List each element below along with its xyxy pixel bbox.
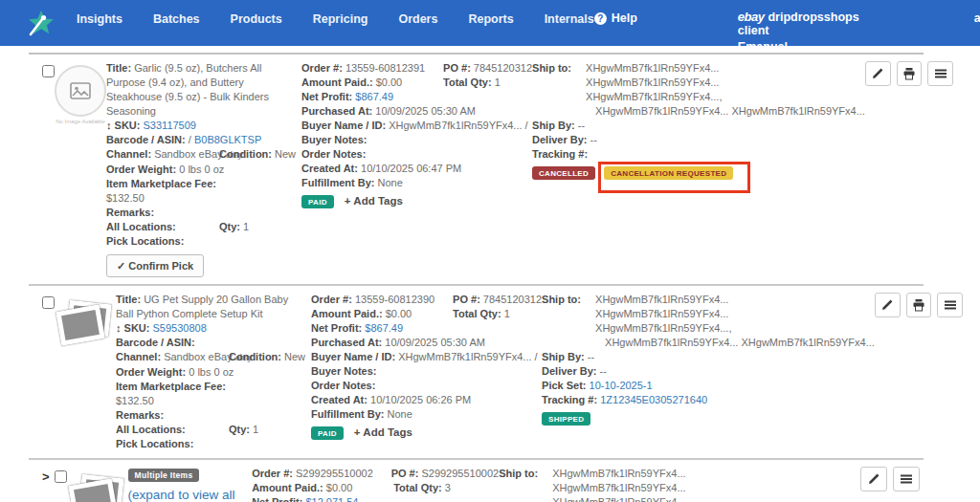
pick-set-link[interactable]: 10-10-2025-1 <box>590 380 653 391</box>
no-image-caption: No Image Available <box>56 119 105 124</box>
net-profit-link[interactable]: $867.49 <box>365 322 403 334</box>
order-2-checkbox[interactable] <box>42 296 55 309</box>
shipped-badge: SHIPPED <box>542 412 590 426</box>
order-menu-button[interactable] <box>927 61 953 86</box>
edit-order-button[interactable] <box>865 61 891 86</box>
nav-batches[interactable]: Batches <box>153 12 200 26</box>
created-at-label: Created At: <box>301 163 358 174</box>
paid-badge: PAID <box>311 426 344 440</box>
order-menu-button[interactable] <box>937 293 963 317</box>
buyer-notes-label: Buyer Notes: <box>301 134 367 145</box>
ship-to-line: XHgwMmB7fk1lRn59YFx4... XHgwMmB7fk1lRn59… <box>586 104 865 119</box>
app-logo[interactable] <box>27 0 56 46</box>
ship-by-value: -- <box>588 351 594 362</box>
ship-to-line: XHgwMmB7fk1lRn59YFx4..., <box>595 321 875 336</box>
net-profit-link[interactable]: $12,071.54 <box>305 496 358 502</box>
expand-items-link[interactable]: (expand to view all items) <box>128 488 235 502</box>
print-order-button[interactable] <box>906 293 932 317</box>
ship-to-label: Ship to: <box>499 467 552 502</box>
user-name: admin <box>974 11 980 25</box>
multiple-items-badge: Multiple Items <box>128 469 200 482</box>
channel-label: Channel: <box>106 148 151 160</box>
total-qty-label: Total Qty: <box>443 76 492 88</box>
net-profit-link[interactable]: $867.49 <box>355 91 393 102</box>
sku-link[interactable]: S33117509 <box>144 120 196 131</box>
ebay-brand-mark: ebay <box>738 10 765 24</box>
nav-orders[interactable]: Orders <box>398 12 437 26</box>
po-value: 7845120312 <box>483 294 542 305</box>
buyer-label: Buyer Name / ID: <box>311 351 395 362</box>
fulfillment-label: Fulfillment By: <box>311 408 384 420</box>
order-no-value: 13559-60812391 <box>345 62 425 74</box>
add-tags-button[interactable]: + Add Tags <box>345 195 403 207</box>
ship-to-line: XHgwMmB7fk1lRn59YFx4... <box>586 76 865 90</box>
amount-paid-value: $0.00 <box>326 482 353 493</box>
pick-set-label: Pick Set: <box>542 380 586 391</box>
fulfillment-value: None <box>388 408 412 420</box>
order-row-2: Title: UG Pet Supply 20 Gallon Baby Ball… <box>29 286 924 460</box>
nav-repricing[interactable]: Repricing <box>313 12 368 26</box>
channel-value: Sandbox eBay <box>154 148 223 160</box>
check-icon: ✓ <box>117 260 125 272</box>
sku-link[interactable]: S59530808 <box>153 322 207 334</box>
qty-value: 1 <box>253 424 258 435</box>
photo-stack-icon <box>67 474 128 502</box>
ship-to-line: XHgwMmB7fk1lRn59YFx4... <box>552 481 832 495</box>
total-qty-value: 1 <box>495 76 501 88</box>
purchased-at-value: 10/09/2025 05:30 AM <box>385 337 485 348</box>
ship-to-line: XHgwMmB7fk1lRn59YFx4... <box>595 307 875 321</box>
help-label: Help <box>612 11 637 25</box>
print-order-button[interactable] <box>897 61 923 86</box>
asin-link[interactable]: B0B8GLKTSP <box>194 134 261 145</box>
ship-to-line: XHgwMmB7fk1lRn59YFx4... XHgwMmB7fk1lRn59… <box>595 336 875 350</box>
ship-by-label: Ship By: <box>532 120 575 131</box>
amount-paid-value: $0.00 <box>376 76 403 88</box>
order-1-checkbox[interactable] <box>42 65 55 77</box>
edit-order-button[interactable] <box>860 467 887 491</box>
fee-value: $132.50 <box>106 192 145 204</box>
tracking-link[interactable]: 1Z12345E0305271640 <box>600 394 707 405</box>
total-qty-value: 1 <box>504 308 510 319</box>
order-3-checkbox[interactable] <box>55 470 67 483</box>
chevron-down-icon: ▾ <box>791 43 795 53</box>
nav-reports[interactable]: Reports <box>468 12 513 26</box>
nav-products[interactable]: Products <box>231 12 282 26</box>
po-value: S299295510002 <box>421 468 499 479</box>
ship-to-line: XHgwMmB7fk1lRn59YFx4... <box>595 293 875 307</box>
pencil-icon <box>880 298 894 312</box>
top-nav: Insights Batches Products Repricing Orde… <box>0 0 980 46</box>
amount-paid-label: Amount Paid.: <box>311 308 383 319</box>
product-title: Garlic (9.5 oz), Butchers All Purpose (9… <box>106 62 269 117</box>
user-menu[interactable]: admin ▾ <box>974 11 980 25</box>
order-notes-label: Order Notes: <box>301 148 366 160</box>
condition-label: Condition: <box>219 148 272 160</box>
edit-order-button[interactable] <box>875 293 901 317</box>
add-tags-button[interactable]: + Add Tags <box>354 426 412 438</box>
nav-internals[interactable]: Internals <box>545 12 594 26</box>
expand-chevron-icon[interactable]: > <box>42 470 50 483</box>
order-notes-label: Order Notes: <box>311 380 375 391</box>
deliver-by-label: Deliver By: <box>542 365 596 377</box>
help-icon: ? <box>594 12 607 25</box>
fulfillment-value: None <box>378 177 403 188</box>
po-label: PO #: <box>443 62 471 74</box>
channel-label: Channel: <box>116 351 161 362</box>
barcode-label: Barcode / ASIN: <box>116 337 195 348</box>
ship-to-label: Ship to: <box>532 61 586 119</box>
star-logo-icon <box>27 9 56 37</box>
amount-paid-label: Amount Paid.: <box>301 76 373 88</box>
purchased-at-value: 10/09/2025 05:30 AM <box>375 105 476 117</box>
hamburger-icon <box>944 299 957 311</box>
po-value: 7845120312 <box>474 62 532 74</box>
confirm-pick-button[interactable]: ✓ Confirm Pick <box>106 254 204 277</box>
client-selector[interactable]: ebaydripdropsshops client Emanuel ▾ <box>738 0 859 54</box>
pencil-icon <box>871 67 884 80</box>
order-menu-button[interactable] <box>893 467 920 491</box>
nav-insights[interactable]: Insights <box>77 12 122 26</box>
ship-to-line: XHgwMmB7fk1lRn59YFx4... <box>586 61 865 76</box>
help-menu[interactable]: ? Help <box>594 11 637 25</box>
printer-icon <box>912 298 925 312</box>
all-locations-label: All Locations: <box>116 424 186 435</box>
order-3-thumbnail <box>67 467 128 502</box>
sort-arrows-icon: ↕ <box>106 120 112 131</box>
